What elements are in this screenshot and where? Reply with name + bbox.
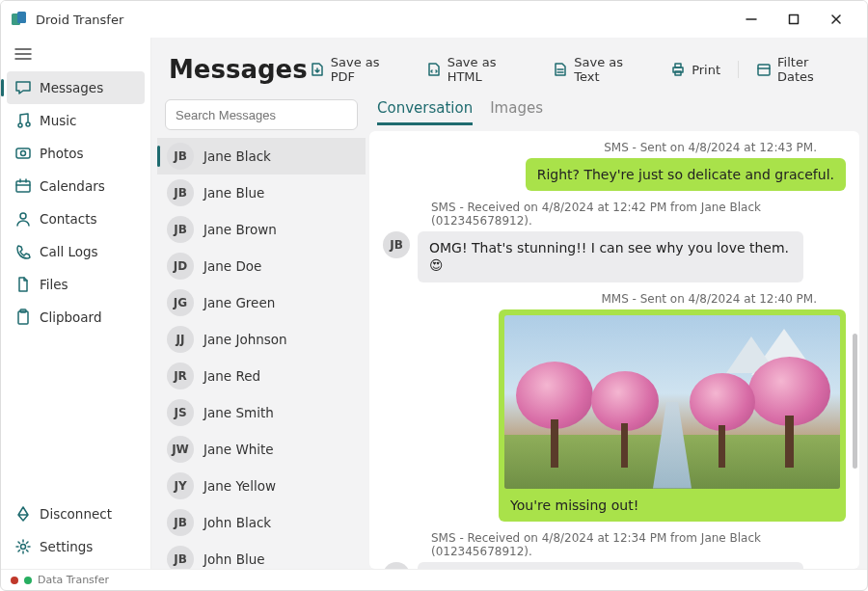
contact-item[interactable]: JSJane Smith: [157, 394, 366, 431]
contact-name: Jane Black: [203, 148, 271, 164]
message-meta: SMS - Sent on 4/8/2024 at 12:43 PM.: [383, 141, 846, 154]
pdf-icon: [310, 62, 325, 77]
message-block: MMS - Sent on 4/8/2024 at 12:40 PM. You'…: [383, 292, 846, 522]
photos-icon: [14, 145, 36, 162]
minimize-button[interactable]: [730, 5, 773, 34]
mms-caption: You're missing out!: [504, 495, 840, 516]
music-icon: [14, 112, 36, 129]
nav-label: Contacts: [40, 211, 97, 227]
message-row: JBOhh, those are beautiful too. I've nev…: [383, 562, 846, 569]
nav-settings[interactable]: Settings: [1, 530, 150, 563]
contact-item[interactable]: JJJane Johnson: [157, 321, 366, 358]
contact-name: Jane Brown: [203, 222, 277, 237]
sidebar: Messages Music Photos Calendars Contacts…: [1, 38, 151, 569]
message-block: SMS - Received on 4/8/2024 at 12:42 PM f…: [383, 201, 846, 282]
phone-icon: [14, 243, 36, 260]
nav-label: Messages: [40, 80, 103, 95]
scrollbar-thumb[interactable]: [853, 334, 857, 469]
contact-name: Jane Smith: [203, 405, 274, 420]
tab-conversation[interactable]: Conversation: [377, 99, 473, 125]
avatar: JB: [167, 546, 194, 569]
contact-name: Jane White: [203, 442, 274, 457]
contact-item[interactable]: JDJane Doe: [157, 248, 366, 284]
html-icon: [426, 62, 442, 77]
svg-rect-3: [790, 15, 799, 24]
nav-messages[interactable]: Messages: [7, 71, 145, 104]
nav-files[interactable]: Files: [1, 268, 150, 301]
calendar-filter-icon: [756, 62, 772, 77]
contact-item[interactable]: JGJane Green: [157, 284, 366, 321]
message-bubble: Ohh, those are beautiful too. I've never…: [418, 562, 803, 569]
svg-point-15: [20, 213, 26, 219]
clipboard-icon: [14, 309, 36, 326]
app-icon: [11, 11, 28, 28]
avatar: JR: [167, 363, 194, 390]
filter-dates-button[interactable]: Filter Dates: [754, 51, 850, 88]
nav-label: Files: [40, 277, 68, 292]
nav-calendars[interactable]: Calendars: [1, 170, 150, 202]
nav-calllogs[interactable]: Call Logs: [1, 235, 150, 268]
contact-item[interactable]: JYJane Yellow: [157, 468, 366, 504]
tab-images[interactable]: Images: [490, 99, 543, 125]
avatar: JD: [167, 253, 194, 280]
page-title: Messages: [169, 55, 308, 84]
contact-item[interactable]: JBJane Brown: [157, 211, 366, 248]
message-row: You're missing out!: [383, 309, 846, 522]
avatar: JW: [167, 436, 194, 463]
svg-rect-23: [675, 71, 681, 75]
message-row: JBOMG! That's stunning!! I can see why y…: [383, 231, 846, 282]
print-icon: [670, 62, 686, 77]
save-text-button[interactable]: Save as Text: [551, 51, 653, 88]
contact-name: Jane Doe: [203, 258, 261, 274]
message-block: SMS - Received on 4/8/2024 at 12:34 PM f…: [383, 531, 846, 569]
close-button[interactable]: [815, 5, 857, 34]
tool-label: Save as HTML: [448, 55, 534, 84]
tabs: Conversation Images: [369, 95, 859, 125]
print-button[interactable]: Print: [668, 58, 722, 81]
messages-icon: [14, 79, 36, 96]
separator: [738, 61, 739, 78]
contact-item[interactable]: JWJane White: [157, 431, 366, 468]
text-icon: [553, 62, 568, 77]
message-row: Right? They're just so delicate and grac…: [383, 158, 846, 191]
nav-music[interactable]: Music: [1, 104, 150, 137]
avatar: JY: [167, 472, 194, 499]
contact-item[interactable]: JBJane Black: [157, 138, 366, 175]
search-input[interactable]: [165, 99, 358, 130]
nav-contacts[interactable]: Contacts: [1, 202, 150, 235]
nav-list: Messages Music Photos Calendars Contacts…: [1, 69, 150, 497]
avatar: JB: [383, 562, 410, 569]
tool-label: Save as PDF: [331, 55, 407, 84]
nav-label: Settings: [40, 539, 93, 554]
nav-label: Disconnect: [40, 506, 112, 522]
nav-disconnect[interactable]: Disconnect: [1, 497, 150, 530]
contacts-icon: [14, 210, 36, 228]
avatar: JB: [383, 231, 410, 258]
nav-label: Clipboard: [40, 309, 101, 325]
save-html-button[interactable]: Save as HTML: [424, 51, 536, 88]
maximize-button[interactable]: [773, 5, 815, 34]
menu-toggle[interactable]: [1, 38, 150, 69]
status-dot-red: [11, 577, 18, 584]
save-pdf-button[interactable]: Save as PDF: [308, 51, 409, 88]
statusbar: Data Transfer: [1, 569, 867, 590]
nav-label: Calendars: [40, 178, 105, 194]
nav-clipboard[interactable]: Clipboard: [1, 301, 150, 334]
nav-label: Music: [40, 113, 76, 128]
contact-item[interactable]: JBJohn Black: [157, 504, 366, 541]
contact-list: JBJane BlackJBJane BlueJBJane BrownJDJan…: [157, 138, 366, 569]
avatar: JB: [167, 216, 194, 243]
nav-photos[interactable]: Photos: [1, 137, 150, 170]
message-meta: MMS - Sent on 4/8/2024 at 12:40 PM.: [383, 292, 846, 306]
contact-item[interactable]: JBJohn Blue: [157, 541, 366, 569]
tool-label: Filter Dates: [777, 55, 848, 84]
mms-attachment-image[interactable]: [504, 315, 840, 489]
tool-label: Print: [692, 63, 720, 77]
status-text: Data Transfer: [38, 574, 109, 586]
message-meta: SMS - Received on 4/8/2024 at 12:34 PM f…: [383, 531, 846, 558]
contact-item[interactable]: JBJane Blue: [157, 175, 366, 211]
content-area: Messages Save as PDF Save as HTML Save a…: [151, 38, 867, 569]
header: Messages Save as PDF Save as HTML Save a…: [151, 38, 867, 95]
contact-item[interactable]: JRJane Red: [157, 358, 366, 394]
contact-column: JBJane BlackJBJane BlueJBJane BrownJDJan…: [157, 95, 366, 569]
